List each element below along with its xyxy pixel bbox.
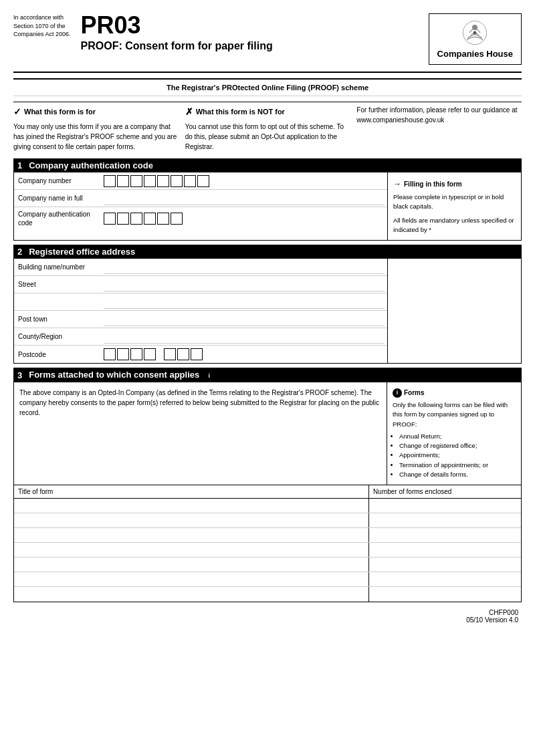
char-box-7[interactable] xyxy=(184,175,196,187)
num-forms-cell-4[interactable] xyxy=(369,543,521,557)
title-of-form-cell-1[interactable] xyxy=(14,499,369,513)
num-input-1[interactable] xyxy=(369,499,521,513)
registrar-banner: The Registrar's PROtected Online Filing … xyxy=(13,78,522,96)
num-forms-cell-1[interactable] xyxy=(369,499,521,513)
pc-box-7[interactable] xyxy=(191,348,203,360)
section2-wrapper: 2 Registered office address Building nam… xyxy=(13,245,522,364)
num-forms-cell-7[interactable] xyxy=(369,587,521,602)
section2-fields: Building name/number Street xyxy=(14,259,387,363)
section3-number: 3 xyxy=(17,370,22,380)
section1-side-panel: → Filling in this form Please complete i… xyxy=(387,172,521,240)
section1-wrapper: 1 Company authentication code Company nu… xyxy=(13,158,522,241)
num-input-7[interactable] xyxy=(369,587,521,602)
post-town-input[interactable] xyxy=(104,313,385,326)
num-input-4[interactable] xyxy=(369,543,521,557)
num-input-5[interactable] xyxy=(369,557,521,572)
title-input-1[interactable] xyxy=(14,499,368,513)
title-input-7[interactable] xyxy=(14,587,368,602)
pc-box-3[interactable] xyxy=(130,348,142,360)
building-input[interactable] xyxy=(104,261,385,274)
street-row: Street xyxy=(14,276,387,293)
auth-box-1[interactable] xyxy=(104,213,116,225)
pc-box-5[interactable] xyxy=(164,348,176,360)
forms-side-title: i Forms xyxy=(393,388,516,398)
forms-table-header: Title of form Number of forms enclosed xyxy=(14,485,521,499)
char-box-8[interactable] xyxy=(197,175,209,187)
num-input-2[interactable] xyxy=(369,513,521,527)
auth-box-2[interactable] xyxy=(117,213,129,225)
county-field[interactable] xyxy=(101,329,387,345)
street-input[interactable] xyxy=(104,278,385,291)
section2-title: Registered office address xyxy=(29,247,135,257)
table-row xyxy=(14,513,521,528)
char-box-5[interactable] xyxy=(157,175,169,187)
title-of-form-cell-5[interactable] xyxy=(14,557,369,572)
company-number-label: Company number xyxy=(14,174,101,188)
section2-header: 2 Registered office address xyxy=(13,245,522,259)
what-not-for-title: ✗ What this form is NOT for xyxy=(185,105,350,119)
char-box-2[interactable] xyxy=(117,175,129,187)
char-box-3[interactable] xyxy=(130,175,142,187)
forms-list: Annual Return; Change of registered offi… xyxy=(393,432,516,479)
title-input-6[interactable] xyxy=(14,572,368,586)
auth-box-3[interactable] xyxy=(130,213,142,225)
post-town-row: Post town xyxy=(14,311,387,328)
num-input-3[interactable] xyxy=(369,528,521,542)
auth-code-boxes xyxy=(104,213,385,225)
table-row xyxy=(14,557,521,572)
section2-side-panel xyxy=(387,259,521,363)
title-input-2[interactable] xyxy=(14,513,368,527)
what-not-for-box: ✗ What this form is NOT for You cannot u… xyxy=(185,105,350,152)
title-of-form-cell-7[interactable] xyxy=(14,587,369,602)
num-input-6[interactable] xyxy=(369,572,521,586)
num-forms-cell-2[interactable] xyxy=(369,513,521,528)
char-box-6[interactable] xyxy=(171,175,183,187)
company-name-row: Company name in full xyxy=(14,190,387,207)
auth-box-6[interactable] xyxy=(171,213,183,225)
char-box-4[interactable] xyxy=(144,175,156,187)
num-forms-cell-6[interactable] xyxy=(369,572,521,587)
title-of-form-cell-6[interactable] xyxy=(14,572,369,587)
county-input[interactable] xyxy=(104,330,385,344)
num-forms-cell-3[interactable] xyxy=(369,528,521,543)
company-name-field[interactable] xyxy=(101,191,387,207)
num-forms-cell-5[interactable] xyxy=(369,557,521,572)
legal-reference: In accordance with Section 1070 of the C… xyxy=(13,13,71,39)
section1-title: Company authentication code xyxy=(29,160,153,170)
pc-box-2[interactable] xyxy=(117,348,129,360)
section1-fields: Company number xyxy=(14,172,387,240)
ch-logo-group: Companies House xyxy=(437,19,513,59)
post-town-field[interactable] xyxy=(101,311,387,328)
forms-table: Title of form Number of forms enclosed xyxy=(14,485,521,602)
street-extra-field[interactable] xyxy=(101,294,387,310)
street-field[interactable] xyxy=(101,277,387,293)
auth-box-5[interactable] xyxy=(157,213,169,225)
info-circle-icon: i xyxy=(205,371,214,380)
building-field[interactable] xyxy=(101,259,387,275)
tick-icon: ✓ xyxy=(13,105,21,119)
title-input-3[interactable] xyxy=(14,528,368,542)
char-box-1[interactable] xyxy=(104,175,116,187)
header-divider xyxy=(13,72,522,73)
street-extra-input[interactable] xyxy=(104,295,385,309)
table-row xyxy=(14,543,521,557)
section3-side-panel: i Forms Only the following forms can be … xyxy=(387,382,521,485)
form-subtitle: PROOF: Consent form for paper filing xyxy=(81,40,273,52)
section3-body: The above company is an Opted-In Company… xyxy=(13,382,522,602)
title-input-4[interactable] xyxy=(14,543,368,557)
title-input-5[interactable] xyxy=(14,557,368,572)
pc-box-4[interactable] xyxy=(144,348,156,360)
company-name-input[interactable] xyxy=(104,192,385,205)
forms-list-item-3: Appointments; xyxy=(399,451,516,460)
street-extra-row xyxy=(14,293,387,311)
title-of-form-cell-3[interactable] xyxy=(14,528,369,543)
auth-box-4[interactable] xyxy=(144,213,156,225)
auth-code-row: Company authentication code xyxy=(14,207,387,230)
title-of-form-cell-2[interactable] xyxy=(14,513,369,528)
title-of-form-cell-4[interactable] xyxy=(14,543,369,557)
section3-content: The above company is an Opted-In Company… xyxy=(14,382,521,485)
pc-box-1[interactable] xyxy=(104,348,116,360)
pc-box-6[interactable] xyxy=(177,348,189,360)
banner-divider xyxy=(13,102,522,102)
section1-header: 1 Company authentication code xyxy=(13,158,522,172)
